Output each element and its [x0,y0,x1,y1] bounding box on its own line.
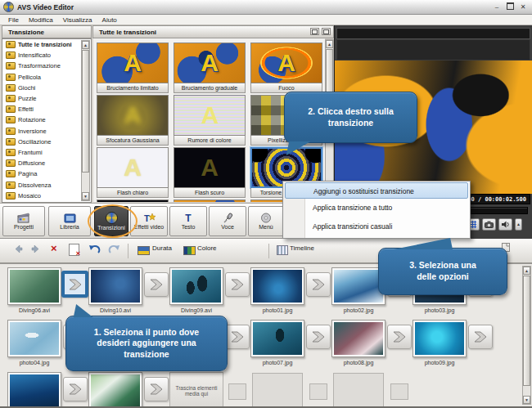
scroll-up-icon[interactable]: ▲ [523,267,530,275]
empty-transition-slot [309,383,327,400]
delete-button[interactable]: × [51,243,57,254]
panel-menu-icon[interactable] [322,28,331,35]
transition-item[interactable]: A Sfocatura Gaussiana [97,95,170,146]
testo-button[interactable]: T Testo [169,206,207,236]
transition-item[interactable]: A Flash scuro [174,147,247,198]
category-item[interactable]: Frantumi [2,147,91,158]
category-item[interactable]: Rotazione [2,114,91,125]
back-button[interactable] [13,244,23,255]
voce-button[interactable]: Voce [209,206,246,236]
menu-item-apply-random-transitions[interactable]: Applica transizioni casuali [283,217,470,236]
transition-slot[interactable] [63,377,88,401]
color-button[interactable] [183,246,196,257]
toolbar-button-label: Progetti [14,224,34,230]
close-button[interactable]: ✕ [517,2,529,12]
scroll-down-icon[interactable]: ▼ [523,396,530,404]
menu-modifica[interactable]: Modifica [24,16,58,24]
timeline-button[interactable] [277,245,288,257]
storyboard-clip[interactable]: photo07.jpg [250,320,304,367]
menu-item-add-replace-transition[interactable]: Aggiungi o sostituisci transizione [285,182,468,199]
storyboard-clip[interactable] [7,372,61,408]
redo-button[interactable] [108,244,120,256]
arrow-right-icon [31,244,41,253]
transition-slot[interactable] [306,272,331,297]
menu-item-apply-transition-to-all[interactable]: Applica transizione a tutto [283,199,470,217]
scrollbar-thumb[interactable] [523,276,530,386]
callout-text: transizione [66,349,227,361]
progetti-button[interactable]: Progetti [2,206,45,236]
volume-expand-button[interactable]: ▲ [515,218,522,231]
callout-text: desideri aggiungere una [66,338,227,349]
category-label: Inversione [18,128,47,135]
menu-disc-button[interactable]: Menù [248,206,284,236]
category-label: Giochi [18,84,35,92]
category-item[interactable]: Inversione [2,126,91,137]
category-item[interactable]: Effetti [2,104,91,114]
transition-slot[interactable] [144,272,169,297]
storyboard-clip[interactable]: photo08.jpg [331,320,385,367]
transition-slot[interactable] [225,272,250,297]
duration-button[interactable] [138,246,150,257]
transition-item[interactable]: A Bruciamento limitato [97,43,170,93]
transition-item[interactable]: A Fuoco [250,43,324,93]
color-label[interactable]: Colore [197,244,217,252]
menu-file[interactable]: File [3,16,24,24]
storyboard-clip[interactable]: photo04.jpg [7,320,61,367]
category-item[interactable]: Puzzle [2,93,91,104]
storyboard-clip[interactable]: Diving06.avi [7,267,61,315]
transition-item[interactable]: A Rumore di colore [174,95,247,146]
category-item[interactable]: Trasformazione [2,61,91,71]
snapshot-button[interactable] [482,218,496,231]
categories-scrollbar[interactable]: ▲ ▼ [81,40,90,201]
undo-button[interactable] [88,244,101,256]
transition-item[interactable] [174,200,247,202]
storyboard-clip[interactable]: Diving10.avi [88,267,142,315]
category-item[interactable]: Dissolvenza [2,179,91,190]
float-panel-icon[interactable] [310,28,319,35]
duration-label[interactable]: Durata [152,244,172,252]
transition-slot[interactable] [468,325,493,349]
scroll-down-icon[interactable]: ▼ [82,192,89,200]
storyboard-clip[interactable]: photo01.jpg [250,267,304,315]
transition-item[interactable]: A Bruciamento graduale [174,43,247,93]
storyboard-clip[interactable]: Diving09.avi [169,267,223,315]
category-label: Intensificato [18,52,51,59]
timeline-label[interactable]: Timeline [290,244,314,252]
transition-slot[interactable] [225,325,250,349]
storyboard-clip[interactable] [88,372,142,408]
menu-visualizza[interactable]: Visualizza [58,16,97,24]
category-item-tutte[interactable]: Tutte le transizioni [2,39,91,50]
scroll-up-icon[interactable]: ▲ [326,40,333,48]
maximize-button[interactable] [504,2,516,12]
transition-slot-selected[interactable] [61,271,88,298]
scrollbar-thumb[interactable] [82,50,89,173]
category-item[interactable]: Intensificato [2,50,91,61]
folder-icon [6,84,16,92]
forward-button[interactable] [31,244,41,255]
minimize-button[interactable]: – [491,2,503,12]
storyboard-scrollbar[interactable]: ▲ ▼ [522,266,531,405]
clip-label: photo07.jpg [263,360,293,367]
transition-item[interactable] [97,200,170,202]
drop-hint-box[interactable]: Trascina elementi media qui [169,372,223,408]
menu-aiuto[interactable]: Aiuto [97,16,122,24]
category-item[interactable]: Diffusione [2,158,91,168]
transition-item[interactable]: A Flash chiaro [97,147,170,198]
category-item[interactable]: Giochi [2,83,91,93]
transition-slot[interactable] [387,325,412,349]
category-item[interactable]: Oscillazione [2,137,91,147]
transition-slot[interactable] [306,325,331,349]
context-menu: Aggiungi o sostituisci transizione Appli… [282,181,471,239]
transition-slot[interactable] [144,377,169,401]
callout-text: 2. Clicca destro sulla [285,106,417,118]
category-item[interactable]: Mosaico [2,191,91,201]
storyboard-clip[interactable]: photo09.jpg [413,320,467,367]
annotation-ellipse [88,204,138,238]
libreria-button[interactable]: Libreria [48,206,91,236]
category-item[interactable]: Pagina [2,168,91,179]
category-label: Frantumi [18,149,43,156]
scroll-up-icon[interactable]: ▲ [82,41,89,49]
volume-button[interactable] [498,218,512,231]
remove-clip-button[interactable] [69,244,79,256]
category-item[interactable]: Pellicola [2,72,91,83]
